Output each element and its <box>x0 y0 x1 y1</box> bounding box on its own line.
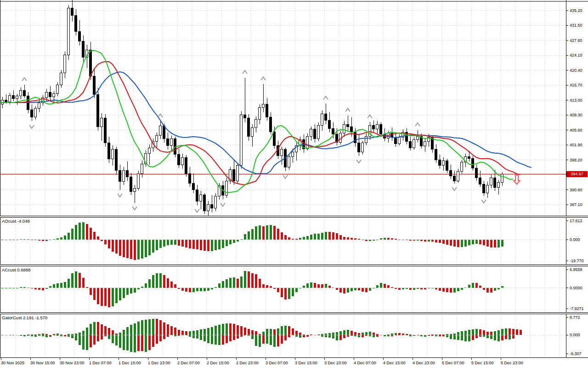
histogram-bar <box>222 281 224 288</box>
histogram-bar <box>167 324 169 335</box>
bear-candle <box>163 126 165 139</box>
time-tick-label: 1 Dec 15:00 <box>119 361 141 365</box>
bull-candle <box>20 91 22 96</box>
histogram-bar <box>266 285 268 288</box>
histogram-bar <box>376 285 379 288</box>
bull-candle <box>148 148 151 153</box>
bull-candle <box>141 164 143 173</box>
time-tick-label: 4 Dec 23:00 <box>413 361 435 365</box>
bull-candle <box>376 124 379 129</box>
price-axis[interactable]: 435.20431.50427.80424.10420.40416.70413.… <box>566 8 582 207</box>
histogram-bar <box>317 234 320 240</box>
time-tick <box>354 358 354 360</box>
gator-indicator-panel[interactable]: 8.7720.000-9.307 GatorCust 2.191 -1.570 <box>0 314 588 358</box>
histogram-bar <box>226 240 228 246</box>
histogram-bar <box>137 240 140 259</box>
histogram-bar <box>461 331 463 335</box>
histogram-bar <box>446 240 448 245</box>
bear-candle <box>130 177 132 191</box>
histogram-bar <box>79 223 81 240</box>
bull-candle <box>259 108 261 120</box>
time-tick <box>413 358 413 360</box>
histogram-bar <box>93 322 96 335</box>
histogram-bar <box>189 240 191 248</box>
histogram-bar <box>251 229 254 240</box>
histogram-bar <box>218 325 220 335</box>
histogram-bar <box>64 236 66 239</box>
time-tick-label: 5 Dec 23:00 <box>501 361 523 365</box>
gator-histogram-canvas[interactable]: 8.7720.000-9.307 <box>0 314 588 358</box>
time-tick <box>266 358 266 360</box>
candlestick-chart-canvas[interactable]: 435.20431.50427.80424.10420.40416.70413.… <box>0 0 588 216</box>
ac-indicator-panel[interactable]: 6.95580.0000-7.9271 ACcust 0.6888 <box>0 266 588 313</box>
bull-candle <box>123 170 125 182</box>
histogram-bar <box>475 335 478 338</box>
bear-candle <box>23 91 26 96</box>
histogram-bar <box>310 235 312 240</box>
histogram-bar <box>284 335 287 340</box>
histogram-bar <box>262 335 265 344</box>
histogram-bar <box>453 335 456 339</box>
histogram-bar <box>200 288 202 291</box>
histogram-bar <box>218 335 220 345</box>
histogram-bar <box>468 240 470 245</box>
histogram-bar <box>486 240 489 247</box>
bull-candle <box>306 137 309 149</box>
histogram-bar <box>483 335 485 337</box>
bull-candle <box>237 166 239 181</box>
histogram-bar <box>251 335 254 339</box>
histogram-bar <box>115 240 118 253</box>
histogram-bar <box>479 329 481 335</box>
histogram-bar <box>325 335 327 337</box>
histogram-bar <box>97 236 99 240</box>
histogram-bar <box>240 335 243 337</box>
histogram-bar <box>86 328 88 335</box>
bear-candle <box>31 110 33 117</box>
histogram-bar <box>134 323 136 335</box>
time-axis[interactable]: 30 Nov 202530 Nov 15:0030 Nov 23:001 Dec… <box>0 358 588 368</box>
bear-candle <box>71 8 74 16</box>
histogram-bar <box>82 335 85 350</box>
histogram-bar <box>498 335 500 341</box>
histogram-bar <box>490 335 492 339</box>
histogram-bar <box>453 240 456 247</box>
histogram-bar <box>328 335 331 337</box>
histogram-bar <box>196 288 198 291</box>
histogram-bar <box>207 240 209 251</box>
fractal-down-icon <box>29 125 34 128</box>
bear-candle <box>468 157 470 159</box>
main-price-chart[interactable]: 435.20431.50427.80424.10420.40416.70413.… <box>0 0 588 216</box>
bull-candle <box>251 127 254 136</box>
histogram-bar <box>167 278 169 288</box>
time-tick-label: 2 Dec 15:00 <box>207 361 229 365</box>
time-tick <box>207 358 207 360</box>
histogram-bar <box>119 240 121 256</box>
indicator-tick-label: 0.000 <box>570 333 580 337</box>
bear-candle <box>373 125 375 129</box>
histogram-bar <box>222 240 224 248</box>
ac-histogram-canvas[interactable]: 6.95580.0000-7.9271 <box>0 266 588 313</box>
bull-candle <box>101 118 103 126</box>
ao-indicator-panel[interactable]: 17.6120.000-19.770 AOcust -4.048 <box>0 217 588 265</box>
indicator-tick-label: -9.307 <box>570 351 582 356</box>
histogram-bar <box>494 331 496 335</box>
bear-candle <box>358 143 360 152</box>
histogram-bar <box>262 226 265 240</box>
bull-candle <box>112 150 114 159</box>
price-tick-label: 390.80 <box>570 188 582 192</box>
histogram-bar <box>472 240 474 244</box>
histogram-bar <box>145 240 147 257</box>
bear-candle <box>409 141 412 148</box>
histogram-bar <box>229 323 232 335</box>
histogram-bar <box>93 335 96 344</box>
histogram-bar <box>104 288 107 306</box>
histogram-bar <box>336 288 338 290</box>
histogram-bar <box>328 333 331 335</box>
ao-histogram-canvas[interactable]: 17.6120.000-19.770 <box>0 217 588 265</box>
histogram-bar <box>90 288 92 295</box>
histogram-bar <box>93 232 96 240</box>
histogram-bar <box>90 335 92 347</box>
histogram-bar <box>387 238 390 240</box>
histogram-bar <box>207 288 209 291</box>
histogram-bar <box>141 335 143 351</box>
